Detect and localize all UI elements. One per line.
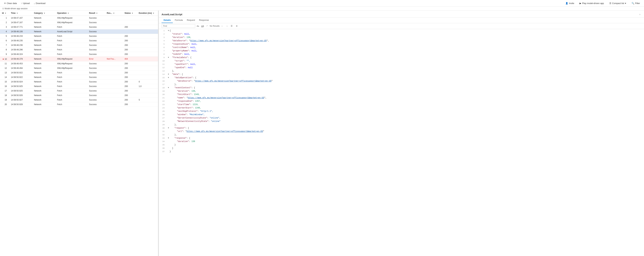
table-row[interactable]: 1814:58:50.926NetworkFetchSuccess200 [0, 93, 158, 98]
table-row[interactable]: 214:58:47.167NetworkXMLHttpRequestSucces… [0, 20, 158, 25]
regex-button[interactable]: .* [206, 24, 208, 27]
table-row[interactable]: 314:58:47.771NetworkFetchSuccess200 [0, 25, 158, 29]
match-word-button[interactable]: A̲B [200, 24, 205, 28]
detail-close-button[interactable]: › [638, 12, 641, 16]
table-container[interactable]: Id ▼ Time ▼ Category [0, 10, 158, 256]
table-row[interactable]: 814:58:48.296NetworkFetchSuccess200 [0, 47, 158, 52]
table-row[interactable]: 914:58:48.324NetworkFetchSuccess200 [0, 52, 158, 57]
line-number: 27 [160, 116, 165, 120]
tab-details[interactable]: Details [162, 17, 173, 23]
find-input[interactable] [162, 24, 195, 28]
table-row[interactable]: 1614:58:50.925NetworkFetchSuccess2001,0 [0, 84, 158, 89]
compact-list-button[interactable]: ☰ Compact list ▾ [608, 1, 628, 5]
tab-formula[interactable]: Formula [173, 17, 185, 23]
col-header-status[interactable]: Status ▼ [122, 10, 137, 16]
cell-result: Success [87, 34, 105, 38]
table-row[interactable]: 1914:58:50.927NetworkFetchSuccess2005 [0, 98, 158, 102]
table-row[interactable]: 614:58:48.235NetworkFetchSuccess200 [0, 38, 158, 43]
col-header-result[interactable]: Result ▼ [87, 10, 105, 16]
cell-res [105, 89, 122, 93]
cell-result: Success [87, 102, 105, 107]
right-panel: AssetLoad.Script › Details Formula Reque… [159, 10, 644, 256]
upload-button[interactable]: ↑ Upload [20, 1, 31, 5]
json-content: } [170, 143, 643, 146]
detail-header: AssetLoad.Script › [159, 10, 644, 17]
cell-operation: XMLHttpRequest [55, 66, 87, 71]
fold-icon[interactable]: ▼ [167, 76, 170, 79]
json-viewer[interactable]: 1▼{2 "status": null,3 "duration": 138,4 … [159, 29, 644, 256]
cell-id: 6 [0, 38, 9, 43]
find-more-button[interactable]: ☰ [230, 24, 234, 28]
fold-icon[interactable]: ▼ [167, 127, 170, 130]
table-row[interactable]: 1114:58:48.453NetworkXMLHttpRequestSucce… [0, 61, 158, 66]
cell-result: Success [87, 43, 105, 47]
cell-res [105, 71, 122, 75]
cell-operation: Fetch [55, 84, 87, 89]
cell-result: Success [87, 25, 105, 29]
fold-icon[interactable]: ▼ [167, 56, 170, 59]
col-header-res[interactable]: Res... ▼ [105, 10, 122, 16]
json-content: "nextHopProtocol": "http/1.1", [170, 110, 643, 113]
play-model-driven-app-button[interactable]: ▶ Play model-driven app [578, 1, 605, 5]
col-header-id[interactable]: Id ▼ [0, 10, 9, 16]
cell-res [105, 80, 122, 84]
cell-operation: Fetch [55, 25, 87, 29]
table-row[interactable]: 114:58:47.167NetworkXMLHttpRequestSucces… [0, 16, 158, 20]
cell-time: 14:58:50.928 [9, 102, 32, 107]
json-content: }, [170, 83, 643, 86]
cell-res [105, 75, 122, 80]
sort-icon-duration: ▼ [153, 12, 154, 14]
cell-duration [137, 66, 158, 71]
tab-response[interactable]: Response [197, 17, 211, 23]
fold-icon[interactable]: ▼ [167, 29, 170, 32]
json-content: "responseEnd": 1357, [170, 100, 643, 103]
json-line: 35 } [159, 143, 644, 146]
fold-icon[interactable]: ▼ [167, 136, 170, 140]
json-content: "url": "https://mem.gfx.ms/meversion?par… [170, 130, 643, 133]
table-row[interactable]: ●1014:58:48.378NetworkXMLHttpRequestErro… [0, 57, 158, 61]
match-case-button[interactable]: Aa [196, 24, 200, 27]
table-row[interactable]: 414:58:48.106NetworkAssetLoad.ScriptSucc… [0, 29, 158, 34]
json-content: }, [170, 69, 643, 73]
line-number: 34 [160, 140, 165, 143]
cell-operation: Fetch [55, 43, 87, 47]
table-row[interactable]: 1214:58:48.494NetworkXMLHttpRequestSucce… [0, 66, 158, 71]
table-row[interactable]: 1514:58:50.924NetworkFetchSuccess2000 [0, 80, 158, 84]
table-row[interactable]: 1314:58:50.922NetworkFetchSuccess200 [0, 71, 158, 75]
table-row[interactable]: 1414:58:50.922NetworkFetchSuccess200 [0, 75, 158, 80]
session-label: Model-driven app session [4, 7, 28, 10]
col-header-operation[interactable]: Operation ▼ [55, 10, 87, 16]
find-prev-button[interactable]: ← [220, 24, 224, 28]
table-row[interactable]: 1714:58:50.925NetworkFetchSuccess200 [0, 89, 158, 93]
clear-data-button[interactable]: ✕ Clear data [3, 1, 18, 5]
table-row[interactable]: 2014:58:50.928NetworkFetchSuccess200 [0, 102, 158, 107]
tab-request[interactable]: Request [185, 17, 197, 23]
find-close-button[interactable]: ✕ [235, 24, 238, 28]
cell-result: Success [87, 84, 105, 89]
json-content: "spanStart": null, [170, 63, 643, 66]
cell-status: 200 [122, 84, 137, 89]
cell-res [105, 25, 122, 29]
find-next-button[interactable]: → [225, 24, 229, 28]
filter-button[interactable]: 🔍 Filter [630, 1, 641, 5]
json-line: 16 "dataSource": "https://mem.gfx.ms/mev… [159, 79, 644, 83]
json-line: 30▼ "request": { [159, 127, 644, 130]
fold-icon[interactable]: ▼ [167, 73, 170, 76]
json-content: }, [170, 123, 643, 127]
col-header-category[interactable]: Category ▼ [32, 10, 55, 16]
cell-res [105, 29, 122, 34]
fold-icon[interactable]: ▼ [167, 86, 170, 90]
invite-button[interactable]: 👤 Invite [564, 1, 576, 5]
line-number: 10 [160, 59, 165, 63]
cell-id: 9 [0, 52, 9, 57]
json-line: 5 "responseSize": null, [159, 42, 644, 46]
col-header-duration[interactable]: Duration (ms) ▼ [137, 10, 158, 16]
cell-category: Network [32, 20, 55, 25]
table-row[interactable]: 514:58:48.233NetworkFetchSuccess200 [0, 34, 158, 38]
data-table: Id ▼ Time ▼ Category [0, 10, 158, 107]
table-row[interactable]: 714:58:48.236NetworkFetchSuccess200 [0, 43, 158, 47]
json-line: 15▼ "dataOperation": { [159, 76, 644, 79]
json-line: 17 }, [159, 83, 644, 86]
download-button[interactable]: ↓ Download [32, 1, 47, 5]
col-header-time[interactable]: Time ▼ [9, 10, 32, 16]
